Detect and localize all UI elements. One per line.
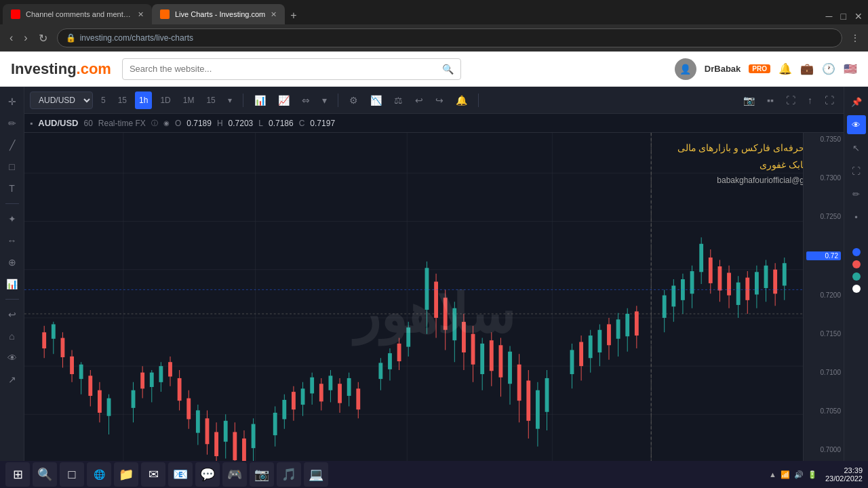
site-logo[interactable]: Investing.com xyxy=(11,60,111,78)
task-view[interactable]: □ xyxy=(60,462,84,487)
notifications-icon[interactable]: 🔔 xyxy=(778,62,792,75)
chart-main: AUD/USD 5 15 1h 1D 1M 15 ▾ 📊 📈 ⇔ ▾ ⚙ 📉 ⚖… xyxy=(24,87,844,488)
fullscreen-btn[interactable]: ⛶ xyxy=(821,92,838,109)
user-name: DrBabak xyxy=(705,64,741,74)
crosshair-tool[interactable]: ✛ xyxy=(3,92,22,111)
svg-rect-46 xyxy=(196,410,200,432)
svg-rect-112 xyxy=(536,390,540,429)
timeframe-1m[interactable]: 1M xyxy=(179,92,199,109)
undo-btn[interactable]: ↩ xyxy=(411,92,427,109)
timeframe-15[interactable]: 15 xyxy=(114,92,131,109)
layout-btn[interactable]: ▪▪ xyxy=(763,92,778,109)
alert-btn[interactable]: 🔔 xyxy=(452,92,471,109)
app5-icon[interactable]: 🎵 xyxy=(277,462,301,487)
eye-btn[interactable]: 👁 xyxy=(847,115,866,134)
svg-rect-80 xyxy=(378,363,382,379)
explorer-icon[interactable]: 📁 xyxy=(114,462,138,487)
app2-icon[interactable]: 💬 xyxy=(195,462,220,487)
publish-btn[interactable]: ↑ xyxy=(804,92,816,109)
svg-rect-106 xyxy=(508,352,512,384)
toolbar-sep-1 xyxy=(243,94,243,107)
timeframe-1d[interactable]: 1D xyxy=(156,92,174,109)
color-green[interactable] xyxy=(852,272,861,281)
shapes-tool[interactable]: □ xyxy=(3,157,22,176)
svg-rect-50 xyxy=(214,432,218,456)
tab-youtube[interactable]: Channel comments and mention... ✕ xyxy=(3,4,152,24)
reload-button[interactable]: ↻ xyxy=(35,30,52,46)
minimize-button[interactable]: ─ xyxy=(826,11,833,22)
url-bar[interactable]: 🔒 investing.com/charts/live-charts xyxy=(57,28,842,47)
svg-rect-110 xyxy=(526,380,530,420)
app6-icon[interactable]: 💻 xyxy=(304,462,328,487)
chart-type-toggle[interactable]: ⇔ xyxy=(298,92,314,109)
tab-investing[interactable]: Live Charts - Investing.com ✕ xyxy=(152,4,285,24)
svg-rect-60 xyxy=(273,413,277,435)
svg-rect-32 xyxy=(132,390,136,408)
chart-type-line[interactable]: 📈 xyxy=(274,92,294,109)
undo-tool[interactable]: ↩ xyxy=(3,305,22,324)
close-tab-investing[interactable]: ✕ xyxy=(271,10,277,19)
close-tab-youtube[interactable]: ✕ xyxy=(138,10,144,19)
extensions-button[interactable]: ⋮ xyxy=(848,31,863,45)
maximize-button[interactable]: □ xyxy=(841,11,846,22)
flag-icon[interactable]: 🇺🇸 xyxy=(844,62,857,75)
ohlc-collapse[interactable]: ▪ xyxy=(30,119,33,128)
timeframe-15b[interactable]: 15 xyxy=(202,92,219,109)
compare-btn[interactable]: ⚖ xyxy=(390,92,407,109)
app1-icon[interactable]: 📧 xyxy=(168,462,193,487)
search-bar[interactable]: 🔍 xyxy=(122,58,461,80)
close-button[interactable]: ✕ xyxy=(854,11,863,22)
expand-r-btn[interactable]: ⛶ xyxy=(847,161,866,180)
symbol-selector[interactable]: AUD/USD xyxy=(30,92,93,109)
svg-rect-78 xyxy=(356,388,360,409)
briefcase-icon[interactable]: 💼 xyxy=(800,62,814,75)
chart-type-bar[interactable]: 📊 xyxy=(250,92,270,109)
svg-rect-124 xyxy=(607,324,611,345)
screenshot-btn[interactable]: 📷 xyxy=(739,92,759,109)
cursor-btn[interactable]: ↖ xyxy=(847,138,866,157)
svg-rect-84 xyxy=(397,344,401,361)
main-layout: ✛ ✏ ╱ □ T ✦ ↔ ⊕ 📊 ↩ ⌂ 👁 ↗ AUD/USD 5 15 1… xyxy=(0,87,868,488)
edge-icon[interactable]: 🌐 xyxy=(87,462,111,487)
forward-button[interactable]: › xyxy=(20,30,31,46)
start-button[interactable]: ⊞ xyxy=(5,462,30,487)
timeframe-5[interactable]: 5 xyxy=(97,92,110,109)
search-taskbar[interactable]: 🔍 xyxy=(33,462,57,487)
taskbar-clock[interactable]: 23:39 23/02/2022 xyxy=(825,466,863,483)
home-tool[interactable]: ⌂ xyxy=(3,327,22,346)
zoom-tool[interactable]: ⊕ xyxy=(3,253,22,272)
text-tool[interactable]: T xyxy=(3,179,22,198)
pencil-tool[interactable]: ✏ xyxy=(3,114,22,133)
expand-btn[interactable]: ⛶ xyxy=(782,92,800,109)
chart-canvas[interactable]: سلاهور xyxy=(24,133,844,488)
trendline-tool[interactable]: ╱ xyxy=(3,136,22,155)
back-button[interactable]: ‹ xyxy=(5,30,17,46)
share-tool[interactable]: ↗ xyxy=(3,370,22,389)
timeframe-more[interactable]: ▾ xyxy=(224,92,236,109)
app4-icon[interactable]: 📷 xyxy=(250,462,274,487)
color-white[interactable] xyxy=(852,285,861,293)
redo-btn[interactable]: ↪ xyxy=(431,92,448,109)
color-blue[interactable] xyxy=(852,248,861,256)
clock-icon[interactable]: 🕐 xyxy=(822,62,835,75)
timeframe-1h[interactable]: 1h xyxy=(135,92,152,109)
measure-tool[interactable]: ↔ xyxy=(3,231,22,250)
app3-icon[interactable]: 🎮 xyxy=(222,462,247,487)
watch-tool[interactable]: 👁 xyxy=(3,348,22,367)
magnet-tool[interactable]: ✦ xyxy=(3,209,22,228)
settings-btn[interactable]: ⚙ xyxy=(345,92,362,109)
svg-rect-138 xyxy=(690,271,694,293)
color-red[interactable] xyxy=(852,260,861,268)
dot-btn[interactable]: • xyxy=(847,207,866,226)
ohlc-c: 0.7197 xyxy=(310,119,335,128)
svg-rect-74 xyxy=(338,384,342,403)
pin-btn[interactable]: 📌 xyxy=(847,92,866,111)
chart-type-dropdown[interactable]: ▾ xyxy=(318,92,331,109)
mail-icon[interactable]: ✉ xyxy=(141,462,165,487)
indicators-tool[interactable]: 📊 xyxy=(3,274,22,293)
search-input[interactable] xyxy=(130,64,437,74)
new-tab-button[interactable]: + xyxy=(285,7,302,24)
pencil-r-btn[interactable]: ✏ xyxy=(847,184,866,203)
indicators-btn[interactable]: 📉 xyxy=(366,92,386,109)
svg-rect-58 xyxy=(252,424,256,449)
